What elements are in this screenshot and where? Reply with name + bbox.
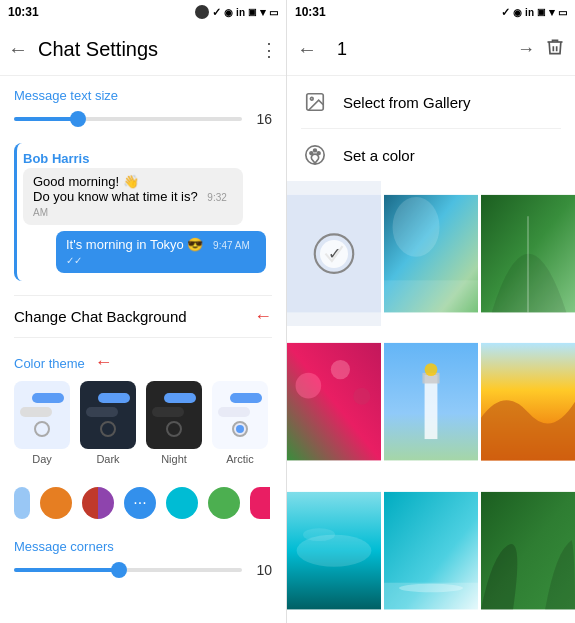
message-corners-slider-row: 10 xyxy=(14,562,272,578)
page-counter: 1 xyxy=(337,39,507,60)
gallery-icon xyxy=(301,88,329,116)
text-size-track[interactable] xyxy=(14,117,242,121)
svg-point-23 xyxy=(297,534,372,566)
theme-scroll: Day Dark Night xyxy=(14,381,272,469)
theme-label-day: Day xyxy=(32,453,52,465)
theme-preview-arctic xyxy=(212,381,268,449)
theme-label-arctic: Arctic xyxy=(226,453,254,465)
svg-point-24 xyxy=(303,528,335,541)
trash-button[interactable] xyxy=(545,37,565,62)
back-button-right[interactable]: ← xyxy=(297,38,317,61)
color-theme-section-label: Color theme ← xyxy=(14,352,272,373)
left-panel: 10:31 ✓ ◉ in ▣ ▾ ▭ ← Chat Settings ⋮ Mes… xyxy=(0,0,287,623)
chat-received-bubble: Good morning! 👋 Do you know what time it… xyxy=(23,168,243,225)
svg-point-16 xyxy=(353,388,370,405)
battery-icon: ▭ xyxy=(269,7,278,18)
theme-circle-dark xyxy=(100,421,116,437)
wallpaper-jungle[interactable] xyxy=(481,478,575,623)
wallpaper-lighthouse[interactable] xyxy=(384,329,478,474)
svg-point-3 xyxy=(310,152,313,155)
menu-item-gallery[interactable]: Select from Gallery xyxy=(287,76,575,128)
theme-circle-day xyxy=(34,421,50,437)
media-icon: ▣ xyxy=(248,7,257,17)
forward-button[interactable]: → xyxy=(517,39,535,60)
svg-point-7 xyxy=(315,234,353,272)
color-label: Set a color xyxy=(343,147,415,164)
menu-item-color[interactable]: Set a color xyxy=(287,129,575,181)
message-corners-value: 10 xyxy=(252,562,272,578)
chat-sent-bubble: It's morning in Tokyo 😎 9:47 AM ✓✓ xyxy=(56,231,266,273)
wifi-icon: ▾ xyxy=(260,6,266,19)
text-size-thumb[interactable] xyxy=(70,111,86,127)
chat-received-subtext: Do you know what time it is? xyxy=(33,189,198,204)
wallpaper-desert[interactable] xyxy=(481,329,575,474)
message-corners-fill xyxy=(14,568,123,572)
wallpaper-ocean[interactable] xyxy=(287,478,381,623)
theme-bubble-right-day xyxy=(32,393,64,403)
text-size-value: 16 xyxy=(252,111,272,127)
color-circle-split[interactable] xyxy=(82,487,114,519)
arrow-icon: ← xyxy=(254,306,272,327)
theme-bubble-right-night xyxy=(164,393,196,403)
theme-option-arctic[interactable]: Arctic xyxy=(212,381,268,465)
message-corners-thumb[interactable] xyxy=(111,562,127,578)
color-circle-green[interactable] xyxy=(208,487,240,519)
theme-preview-day xyxy=(14,381,70,449)
color-theme-arrow: ← xyxy=(94,352,112,372)
check-icon: ✓ xyxy=(212,6,221,19)
theme-label-night: Night xyxy=(161,453,187,465)
message-corners-track[interactable] xyxy=(14,568,242,572)
message-corners-label: Message corners xyxy=(14,539,272,554)
svg-point-5 xyxy=(317,152,320,155)
right-panel: 10:31 ✓ ◉ in ▣ ▾ ▭ ← 1 → xyxy=(287,0,575,623)
social-icon: in xyxy=(236,7,245,18)
theme-preview-dark xyxy=(80,381,136,449)
menu-button[interactable]: ⋮ xyxy=(260,39,278,61)
theme-bubble-right-arctic xyxy=(230,393,262,403)
chat-preview: Bob Harris Good morning! 👋 Do you know w… xyxy=(14,143,272,281)
change-background-row[interactable]: Change Chat Background ← xyxy=(14,295,272,338)
svg-point-20 xyxy=(425,364,438,377)
media-icon-r: ▣ xyxy=(537,7,546,17)
svg-point-14 xyxy=(296,373,322,399)
color-circle-dots[interactable]: ··· xyxy=(124,487,156,519)
settings-content: Message text size 16 Bob Harris Good mor… xyxy=(0,76,286,623)
svg-rect-6 xyxy=(287,195,381,313)
signal-icon xyxy=(195,5,209,19)
color-circle-orange[interactable] xyxy=(40,487,72,519)
theme-option-day[interactable]: Day xyxy=(14,381,70,465)
social-icon-r: in xyxy=(525,7,534,18)
color-partial-left xyxy=(14,487,30,519)
svg-point-15 xyxy=(331,360,350,379)
theme-preview-night xyxy=(146,381,202,449)
time-right: 10:31 xyxy=(295,5,326,19)
wallpaper-beach[interactable] xyxy=(384,181,478,326)
wallpaper-flowers[interactable] xyxy=(287,329,381,474)
theme-circle-night xyxy=(166,421,182,437)
svg-point-27 xyxy=(399,583,463,592)
text-size-slider-row: 16 xyxy=(14,111,272,127)
svg-rect-18 xyxy=(425,375,438,439)
status-bar-right: 10:31 ✓ ◉ in ▣ ▾ ▭ xyxy=(287,0,575,24)
battery-icon-r: ▭ xyxy=(558,7,567,18)
svg-point-4 xyxy=(314,149,317,152)
back-button[interactable]: ← xyxy=(8,38,28,61)
theme-option-dark[interactable]: Dark xyxy=(80,381,136,465)
color-circle-cyan[interactable] xyxy=(166,487,198,519)
theme-bubble-left-dark xyxy=(86,407,118,417)
chat-received-text: Good morning! 👋 xyxy=(33,174,139,189)
wallpaper-grid xyxy=(287,181,575,623)
color-circles-row: ··· xyxy=(14,483,272,523)
wallpaper-leaf[interactable] xyxy=(481,181,575,326)
svg-rect-10 xyxy=(384,280,478,312)
status-icons-right: ✓ ◉ in ▣ ▾ ▭ xyxy=(501,6,567,19)
wallpaper-water2[interactable] xyxy=(384,478,478,623)
page-title: Chat Settings xyxy=(38,38,260,61)
color-circle-pink-partial xyxy=(250,487,270,519)
theme-option-night[interactable]: Night xyxy=(146,381,202,465)
status-bar-left: 10:31 ✓ ◉ in ▣ ▾ ▭ xyxy=(0,0,286,24)
location-icon-r: ◉ xyxy=(513,7,522,18)
wallpaper-blank[interactable] xyxy=(287,181,381,326)
top-bar-left: ← Chat Settings ⋮ xyxy=(0,24,286,76)
check-icon-r: ✓ xyxy=(501,6,510,19)
